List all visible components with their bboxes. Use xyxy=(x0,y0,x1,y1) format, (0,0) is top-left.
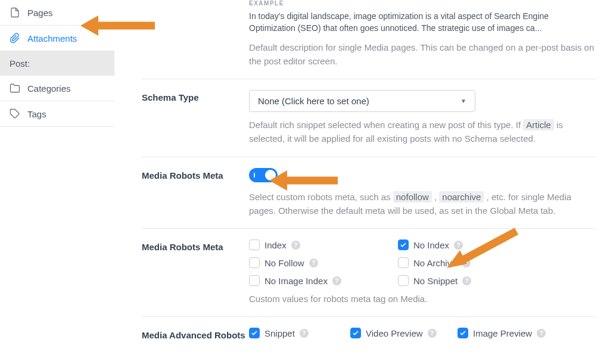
sidebar-item-categories[interactable]: Categories xyxy=(0,76,114,101)
help-icon[interactable]: ? xyxy=(300,329,309,338)
checkbox-input[interactable] xyxy=(398,257,409,268)
help-icon[interactable]: ? xyxy=(537,329,546,338)
checkbox-input[interactable] xyxy=(249,239,260,250)
checkbox-label: Image Preview xyxy=(473,328,532,338)
checkbox-input[interactable] xyxy=(398,275,409,286)
checkbox-input[interactable] xyxy=(458,328,468,338)
sidebar-item-attachments[interactable]: Attachments xyxy=(0,26,114,51)
help-icon[interactable]: ? xyxy=(332,276,341,285)
checkbox-index: Index ? xyxy=(249,239,398,250)
media-robots-toggle[interactable] xyxy=(249,168,278,182)
checkbox-input[interactable] xyxy=(249,328,260,338)
checkbox-label: No Snippet xyxy=(413,276,458,286)
checkbox-input[interactable] xyxy=(350,328,361,338)
checkbox-noimageindex: No Image Index ? xyxy=(249,275,398,286)
checkbox-label: No Follow xyxy=(264,258,304,268)
attachment-icon xyxy=(10,33,20,43)
schema-type-label: Schema Type xyxy=(142,90,249,146)
help-icon[interactable]: ? xyxy=(454,241,463,250)
advanced-robots-label: Media Advanced Robots xyxy=(142,328,249,340)
robots-checks-label: Media Robots Meta xyxy=(142,239,249,306)
description-help-text: Default description for single Media pag… xyxy=(249,41,596,69)
row-label-empty xyxy=(142,0,249,68)
robots-toggle-label: Media Robots Meta xyxy=(142,168,249,218)
checkbox-label: No Index xyxy=(413,240,449,250)
main-content: EXAMPLE In today's digital landscape, im… xyxy=(127,0,610,351)
sidebar-item-pages[interactable]: Pages xyxy=(0,0,114,26)
help-icon[interactable]: ? xyxy=(428,329,437,338)
checkbox-image-preview: Image Preview ? xyxy=(458,328,559,338)
checkbox-input[interactable] xyxy=(249,275,260,286)
robots-toggle-help: Select custom robots meta, such as nofol… xyxy=(249,190,596,218)
sidebar-heading-post: Post: xyxy=(0,51,114,76)
sidebar-item-label: Tags xyxy=(27,109,46,119)
robots-checkbox-grid: Index ? No Index ? No Follow ? No Archiv… xyxy=(249,239,596,286)
advanced-checkbox-grid: Snippet ? Video Preview ? Image Preview … xyxy=(249,328,596,338)
sidebar-item-tags[interactable]: Tags xyxy=(0,101,114,127)
help-icon[interactable]: ? xyxy=(309,259,318,267)
chevron-down-icon: ▼ xyxy=(460,98,466,104)
checkbox-nosnippet: No Snippet ? xyxy=(398,275,547,286)
schema-help-text: Default rich snippet selected when creat… xyxy=(249,118,596,146)
checkbox-video-preview: Video Preview ? xyxy=(350,328,458,338)
checkbox-input[interactable] xyxy=(249,257,260,268)
sidebar-item-label: Categories xyxy=(27,83,71,94)
help-icon[interactable]: ? xyxy=(291,241,300,250)
checkbox-label: Index xyxy=(264,240,287,250)
page-icon xyxy=(10,7,20,18)
sidebar-item-label: Attachments xyxy=(27,33,77,43)
checkbox-label: No Image Index xyxy=(264,276,328,286)
checkbox-nofollow: No Follow ? xyxy=(249,257,398,268)
sidebar: Pages Attachments Post: Categories Tags xyxy=(0,0,114,364)
example-label: EXAMPLE xyxy=(249,0,596,7)
select-value: None (Click here to set one) xyxy=(258,96,369,106)
checkbox-label: Snippet xyxy=(264,328,295,338)
checkbox-label: No Archive xyxy=(413,258,457,268)
example-text: In today's digital landscape, image opti… xyxy=(249,10,596,35)
checkbox-snippet: Snippet ? xyxy=(249,328,350,338)
checkbox-input[interactable] xyxy=(398,239,409,250)
tag-icon xyxy=(10,108,20,119)
help-icon[interactable]: ? xyxy=(462,259,471,267)
sidebar-item-label: Pages xyxy=(27,8,53,18)
schema-type-select[interactable]: None (Click here to set one) ▼ xyxy=(249,90,475,112)
help-icon[interactable]: ? xyxy=(462,276,471,285)
folder-icon xyxy=(10,83,20,94)
checkbox-noarchive: No Archive ? xyxy=(398,257,547,268)
checkbox-noindex: No Index ? xyxy=(398,239,547,250)
robots-checks-help: Custom values for robots meta tag on Med… xyxy=(249,292,596,306)
checkbox-label: Video Preview xyxy=(366,328,423,338)
